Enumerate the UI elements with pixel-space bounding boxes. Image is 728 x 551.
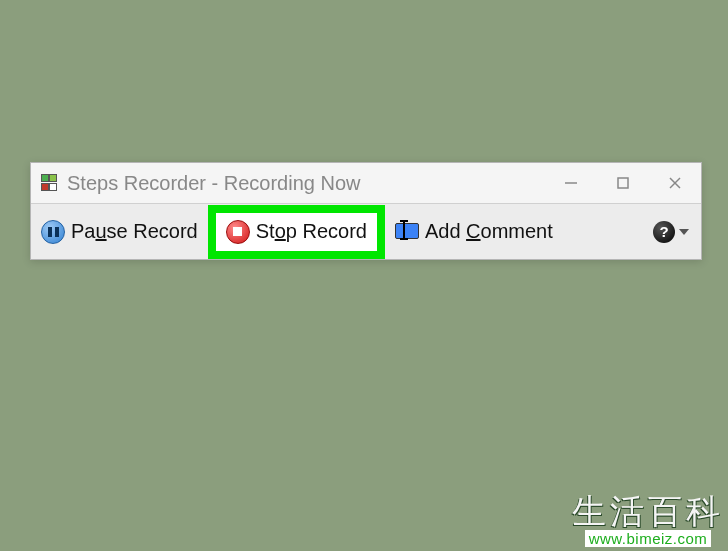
pause-record-button[interactable]: Pause Record xyxy=(35,204,204,259)
window-controls xyxy=(545,163,701,203)
comment-icon xyxy=(395,223,419,241)
pause-record-label: Pause Record xyxy=(71,220,198,243)
close-icon xyxy=(668,176,682,190)
close-button[interactable] xyxy=(649,163,701,203)
watermark-text: 生活百科 xyxy=(572,494,724,528)
toolbar: Pause Record Stop Record Add Comment ? xyxy=(31,204,701,259)
help-dropdown[interactable]: ? xyxy=(653,221,697,243)
maximize-button[interactable] xyxy=(597,163,649,203)
add-comment-button[interactable]: Add Comment xyxy=(389,204,559,259)
add-comment-label: Add Comment xyxy=(425,220,553,243)
steps-recorder-window: Steps Recorder - Recording Now Pause Rec… xyxy=(30,162,702,260)
maximize-icon xyxy=(616,176,630,190)
watermark-url: www.bimeiz.com xyxy=(585,530,712,547)
help-icon: ? xyxy=(653,221,675,243)
titlebar: Steps Recorder - Recording Now xyxy=(31,163,701,204)
pause-icon xyxy=(41,220,65,244)
stop-icon xyxy=(226,220,250,244)
window-title: Steps Recorder - Recording Now xyxy=(67,172,360,195)
chevron-down-icon xyxy=(679,229,689,235)
minimize-icon xyxy=(564,176,578,190)
stop-record-button[interactable]: Stop Record xyxy=(208,205,385,259)
minimize-button[interactable] xyxy=(545,163,597,203)
svg-rect-1 xyxy=(618,178,628,188)
app-icon xyxy=(41,174,59,192)
stop-record-label: Stop Record xyxy=(256,220,367,243)
watermark: 生活百科 www.bimeiz.com xyxy=(572,494,724,547)
